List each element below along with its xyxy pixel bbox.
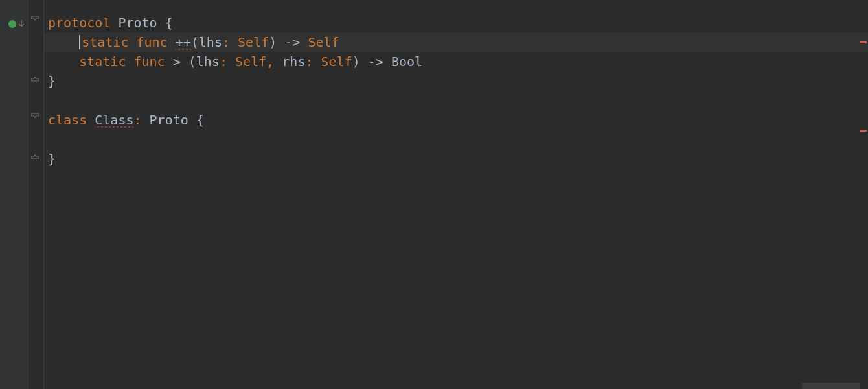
colon: : (305, 54, 313, 69)
param-label: rhs (282, 54, 305, 69)
code-line[interactable] (44, 91, 868, 110)
paren: ) (269, 34, 277, 50)
type-self: Self (235, 54, 266, 69)
code-line[interactable]: protocol Proto { (44, 13, 868, 32)
paren: ( (188, 54, 196, 69)
class-name: Class (95, 112, 133, 128)
code-line[interactable]: static func > (lhs: Self, rhs: Self) -> … (44, 52, 868, 71)
brace: { (188, 112, 204, 128)
fold-close-icon[interactable] (31, 74, 39, 82)
keyword: func (133, 54, 165, 69)
keyword: static (79, 54, 126, 69)
fold-open-icon[interactable] (31, 113, 39, 121)
error-stripe (859, 0, 868, 389)
code-editor: protocol Proto { static func ++(lhs: Sel… (0, 0, 868, 389)
brace: { (157, 15, 173, 30)
circle-icon (8, 20, 16, 28)
icon-gutter (0, 0, 29, 389)
code-line-active[interactable]: static func ++(lhs: Self) -> Self (44, 32, 868, 52)
param-label: lhs (196, 54, 220, 69)
param-label: lhs (199, 34, 222, 50)
paren: ( (191, 34, 199, 50)
keyword: protocol (48, 15, 110, 30)
type-name: Proto (118, 15, 157, 30)
fold-gutter (29, 0, 44, 389)
code-area[interactable]: protocol Proto { static func ++(lhs: Sel… (44, 0, 868, 389)
horizontal-scrollbar[interactable] (802, 383, 860, 389)
arrow: -> (368, 54, 383, 69)
down-arrow-icon[interactable] (18, 19, 25, 32)
error-marker[interactable] (860, 41, 867, 43)
code-line[interactable]: } (44, 149, 868, 169)
run-gutter-icon[interactable] (8, 19, 17, 29)
brace: } (48, 151, 56, 167)
type-name: Proto (150, 112, 188, 128)
code-line[interactable] (44, 130, 868, 149)
code-line[interactable]: class Class: Proto { (44, 110, 868, 130)
error-marker[interactable] (860, 130, 867, 132)
keyword: func (136, 34, 167, 50)
brace: } (48, 73, 56, 89)
indent (48, 34, 79, 50)
operator: ++ (176, 34, 191, 51)
type-bool: Bool (391, 54, 422, 69)
indent (48, 54, 79, 69)
text-caret (79, 35, 80, 49)
fold-close-icon[interactable] (31, 152, 39, 159)
code-line[interactable]: } (44, 71, 868, 91)
arrow: -> (284, 34, 300, 50)
keyword: class (48, 112, 87, 128)
keyword: static (82, 34, 128, 50)
paren: ) (352, 54, 360, 69)
type-self: Self (321, 54, 352, 69)
colon: : (220, 54, 227, 69)
colon: : (133, 112, 141, 128)
operator: > (173, 54, 181, 69)
type-self: Self (308, 34, 339, 50)
comma: , (266, 54, 274, 69)
colon: : (222, 34, 230, 50)
type-self: Self (238, 34, 269, 50)
fold-open-icon[interactable] (31, 16, 39, 23)
